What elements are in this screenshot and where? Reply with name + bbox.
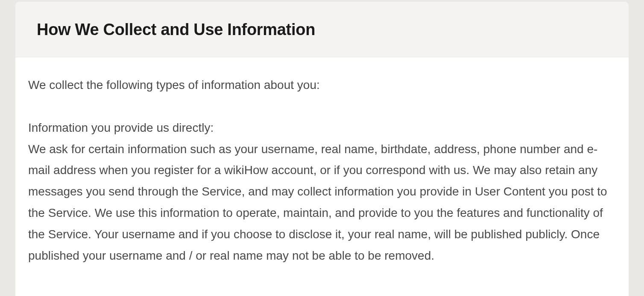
section-header: How We Collect and Use Information — [15, 2, 629, 57]
body-text: We ask for certain information such as y… — [28, 142, 607, 262]
section-title: How We Collect and Use Information — [37, 21, 607, 39]
section-body: We collect the following types of inform… — [15, 57, 629, 284]
body-paragraph: Information you provide us directly: We … — [28, 117, 607, 266]
intro-paragraph: We collect the following types of inform… — [28, 74, 607, 96]
policy-section-card: How We Collect and Use Information We co… — [15, 2, 629, 296]
subheading: Information you provide us directly: — [28, 121, 214, 134]
